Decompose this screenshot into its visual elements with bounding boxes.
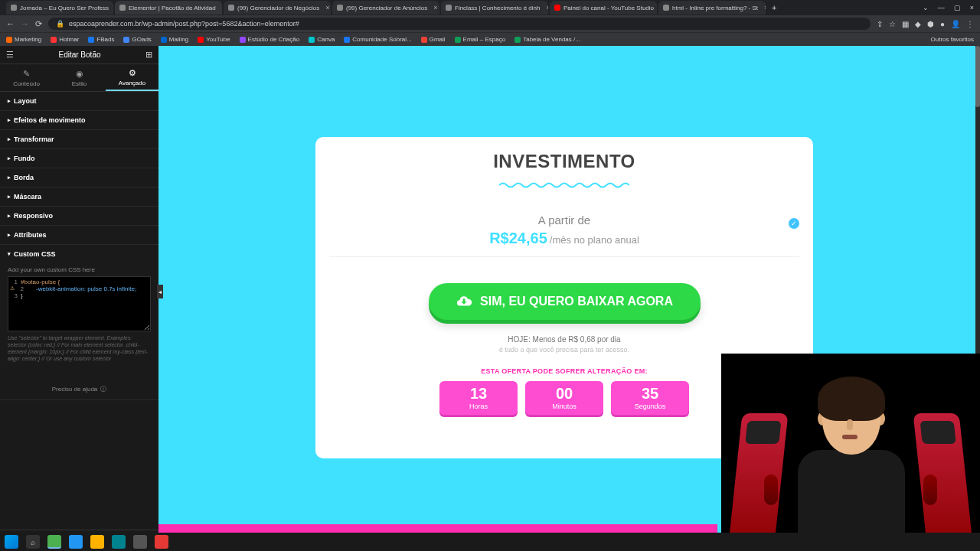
need-help-link[interactable]: Preciso de ajudaⓘ [8,385,151,393]
warning-icon: ⚠ [10,285,15,292]
bookmark-item[interactable]: FBads [88,36,114,43]
scrollbar-thumb[interactable] [975,46,980,107]
cta-label: SIM, EU QUERO BAIXAR AGORA [480,295,673,308]
new-tab-button[interactable]: + [767,3,781,12]
collapse-panel-handle[interactable]: ◂ [157,285,163,298]
taskbar-app[interactable] [112,535,126,549]
taskbar-app[interactable] [90,535,104,549]
extension-icon[interactable]: ● [940,20,945,28]
section-border[interactable]: Borda [0,168,158,187]
bookmark-item[interactable]: YouTube [198,36,230,43]
other-bookmarks[interactable]: Outros favoritos [931,36,974,43]
taskbar-app[interactable] [69,535,83,549]
lock-icon: 🔒 [56,20,64,28]
browser-tab[interactable]: Finclass | Conhecimento é dinh× [441,1,548,15]
bookmark-item[interactable]: Canva [309,36,335,43]
bookmark-item[interactable]: Hotmar [51,36,79,43]
bookmark-item[interactable]: Tabela de Vendas /... [514,36,580,43]
forward-icon[interactable]: → [21,19,29,28]
taskbar-app[interactable] [155,535,168,549]
menu-icon[interactable]: ⋮ [966,20,974,28]
bookmark-item[interactable]: Mailing [161,36,188,43]
section-motion-effects[interactable]: Efeitos de movimento [0,111,158,129]
section-mask[interactable]: Máscara [0,187,158,206]
tab-content[interactable]: ✎Conteúdo [0,64,53,91]
browser-tab-strip: Jornada – Eu Quero Ser Profess× Elemento… [0,0,980,15]
sidebar-title: Editar Botão [58,51,100,59]
check-badge-icon: ✓ [789,218,799,229]
section-attributes[interactable]: Attributes [0,226,158,244]
share-icon[interactable]: ⇪ [877,20,883,28]
taskbar-app[interactable] [133,535,147,549]
close-icon[interactable]: × [543,4,548,11]
all-you-need-label: é tudo o que você precisa para ter acess… [315,346,813,354]
start-button[interactable] [5,535,18,549]
maximize-icon[interactable]: ▢ [954,4,961,11]
close-icon[interactable]: × [219,4,222,11]
browser-tab[interactable]: html - Inline pre formatting? - St× [658,1,766,15]
close-icon[interactable]: × [430,4,437,11]
pencil-icon: ✎ [23,69,30,79]
cta-button[interactable]: SIM, EU QUERO BAIXAR AGORA [429,283,701,320]
extension-icon[interactable]: ▦ [902,20,909,28]
browser-tab[interactable]: Jornada – Eu Quero Ser Profess× [6,1,113,15]
timer-seconds: 35Segundos [611,381,689,415]
close-icon[interactable]: × [970,4,974,11]
section-custom-css[interactable]: Custom CSS [0,245,158,263]
taskbar-app[interactable] [47,535,61,549]
section-background[interactable]: Fundo [0,149,158,168]
browser-tab[interactable]: (99) Gerenciador de Anúncios× [332,1,439,15]
extension-icon[interactable]: ⬢ [927,20,934,28]
card-heading: INVESTIMENTO [315,151,813,172]
favicon [337,5,343,11]
webcam-overlay [721,354,980,551]
price-value: R$24,65 [489,230,547,246]
favicon [119,5,126,11]
menu-icon[interactable]: ☰ [6,50,14,60]
browser-tab[interactable]: Painel do canal - YouTube Studio× [550,1,657,15]
profile-icon[interactable]: 👤 [951,20,960,28]
bookmark-item[interactable]: Estúdio de Criação [240,36,300,43]
timer-minutes: 00Minutos [525,381,603,415]
section-transform[interactable]: Transformar [0,130,158,148]
tab-label: Elementor | Pacotão de Atividad [129,5,216,11]
bookmark-item[interactable]: Gmail [421,36,446,43]
bookmark-item[interactable]: Marketing [6,36,41,43]
tab-style[interactable]: ◉Estilo [53,64,106,91]
close-icon[interactable]: × [112,4,113,11]
help-icon: ⓘ [100,385,106,393]
browser-tab[interactable]: Elementor | Pacotão de Atividad× [115,1,222,15]
close-icon[interactable]: × [322,4,329,11]
favicon [228,5,234,11]
star-icon[interactable]: ☆ [889,20,896,28]
tab-advanced[interactable]: ⚙Avançado [106,64,158,91]
tab-label: (99) Gerenciador de Negócios [237,5,319,11]
elementor-canvas[interactable]: INVESTIMENTO ✓ A partir de R$24,65/mês n… [158,46,980,551]
custom-css-editor[interactable]: 1#botao-pulse { ⚠2-webkit-animation: pul… [8,276,151,331]
tab-label: Finclass | Conhecimento é dinh [455,5,540,11]
bookmark-item[interactable]: GOads [123,36,151,43]
droplet-icon: ◉ [76,69,83,79]
bookmark-item[interactable]: Email – Espaço [455,36,506,43]
url-input[interactable]: 🔒espacoaprender.com.br/wp-admin/post.php… [48,18,871,30]
section-responsive[interactable]: Responsivo [0,207,158,225]
extension-icon[interactable]: ◆ [915,20,921,28]
section-layout[interactable]: Layout [0,92,158,110]
chevron-down-icon[interactable]: ⌄ [923,4,929,11]
reload-icon[interactable]: ⟳ [35,19,42,29]
price-suffix: /mês no plano anual [550,234,639,246]
bookmarks-bar: Marketing Hotmar FBads GOads Mailing You… [0,32,980,46]
widgets-icon[interactable]: ⊞ [145,50,152,60]
sidebar-header: ☰ Editar Botão ⊞ [0,46,158,64]
back-icon[interactable]: ← [6,19,15,28]
tab-label: (99) Gerenciador de Anúncios [346,5,427,11]
bookmark-item[interactable]: Comunidade Sobral... [344,36,411,43]
close-icon[interactable]: × [761,4,766,11]
minimize-icon[interactable]: — [938,4,945,11]
window-controls: ⌄ — ▢ × [923,4,974,11]
browser-tab[interactable]: (99) Gerenciador de Negócios× [224,1,331,15]
search-icon[interactable]: ⌕ [26,535,40,549]
from-label: A partir de [329,214,799,227]
sidebar-tabs: ✎Conteúdo ◉Estilo ⚙Avançado [0,64,158,92]
elementor-sidebar: ☰ Editar Botão ⊞ ✎Conteúdo ◉Estilo ⚙Avan… [0,46,158,551]
